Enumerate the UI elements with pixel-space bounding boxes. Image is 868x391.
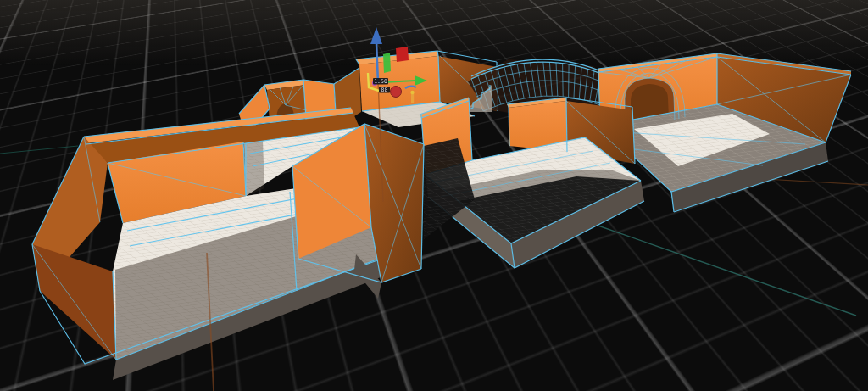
gizmo-xz-plane-handle[interactable]: [396, 47, 409, 62]
teal-axis-line-left: [0, 146, 78, 154]
teal-axis-line: [588, 222, 856, 316]
measurement-label-secondary: 88: [381, 87, 388, 93]
scene-overlay: 1.50 88: [0, 0, 868, 391]
gizmo-x-axis-ball[interactable]: [391, 87, 402, 98]
upper-floor-shadow: [244, 140, 264, 196]
gizmo-yz-plane-handle[interactable]: [383, 53, 391, 73]
measurement-label-distance: 1.50: [374, 78, 387, 85]
editor-3d-viewport[interactable]: 1.50 88: [0, 0, 868, 391]
gizmo-z-axis-arrow-icon[interactable]: [370, 27, 382, 44]
player-start-marker[interactable]: [411, 94, 414, 103]
